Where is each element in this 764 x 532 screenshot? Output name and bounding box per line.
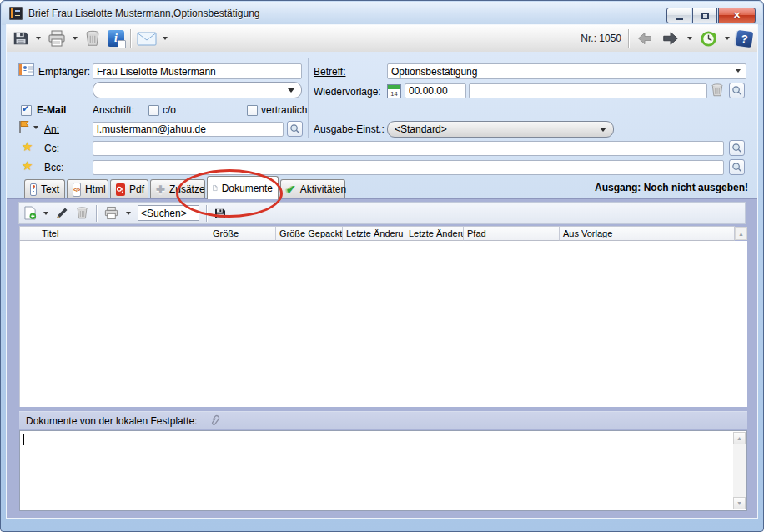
- minimize-button[interactable]: [666, 8, 691, 23]
- tab-label: Html: [85, 183, 106, 195]
- tab-pdf[interactable]: Pdf: [110, 179, 148, 198]
- cc-search-button[interactable]: [729, 140, 745, 156]
- flag-dropdown-arrow-icon[interactable]: [33, 126, 38, 129]
- annotation-circle: [176, 169, 283, 218]
- main-toolbar: i Nr.: 1050: [7, 25, 757, 53]
- betreff-input[interactable]: [387, 63, 746, 79]
- tab-text[interactable]: Text: [24, 179, 65, 198]
- column-header-pfad[interactable]: Pfad: [464, 226, 560, 241]
- plus-icon: ✚: [156, 183, 165, 196]
- an-input[interactable]: [93, 122, 284, 137]
- new-document-icon: [24, 206, 37, 220]
- local-documents-bar: Dokumente von der lokalen Festplatte:: [19, 411, 747, 429]
- documents-toolbar: [18, 202, 746, 224]
- tab-aktivitaeten[interactable]: ✔ Aktivitäten: [280, 179, 345, 198]
- new-document-dropdown-arrow-icon[interactable]: [43, 212, 48, 215]
- co-label: c/o: [163, 104, 176, 116]
- forward-dropdown-arrow-icon[interactable]: [687, 37, 692, 40]
- wiedervorlage-search-button[interactable]: [729, 83, 745, 98]
- anschrift-label: Anschrift:: [93, 104, 134, 116]
- wiedervorlage-date-input[interactable]: [405, 83, 466, 98]
- bcc-label: Bcc:: [44, 162, 63, 173]
- new-document-button[interactable]: [24, 206, 37, 220]
- email-button[interactable]: [137, 32, 157, 46]
- print-button[interactable]: [47, 28, 67, 48]
- ausgang-status: Ausgang: Noch nicht ausgeben!: [595, 182, 748, 193]
- column-header-titel[interactable]: Titel: [38, 226, 209, 241]
- back-arrow-icon: [636, 30, 654, 47]
- pencil-icon: [55, 207, 68, 220]
- app-icon: [9, 7, 23, 20]
- save-button[interactable]: [12, 29, 30, 48]
- close-button[interactable]: ✕: [718, 8, 756, 23]
- delete-document-button[interactable]: [75, 206, 89, 220]
- print-document-button[interactable]: [103, 205, 119, 221]
- documents-table-body[interactable]: [19, 241, 747, 407]
- empfaenger-combobox[interactable]: [93, 82, 302, 98]
- history-button[interactable]: [699, 29, 718, 48]
- column-header-letzte-aenderung-1[interactable]: Letzte Änderu: [343, 226, 405, 241]
- wiedervorlage-delete-button[interactable]: [710, 83, 725, 98]
- trash-icon: [83, 29, 102, 48]
- column-header-letzte-aenderung-2[interactable]: Letzte Änderu: [405, 226, 464, 241]
- wiedervorlage-label: Wiedervorlage:: [314, 86, 381, 98]
- ausgabe-label: Ausgabe-Einst.:: [314, 123, 385, 135]
- flag-icon[interactable]: [17, 119, 32, 134]
- maximize-icon: [701, 13, 709, 19]
- betreff-link-label[interactable]: Betreff:: [314, 66, 345, 78]
- paperclip-icon[interactable]: [209, 414, 221, 428]
- co-checkbox[interactable]: [148, 105, 159, 116]
- column-header-aus-vorlage[interactable]: Aus Vorlage: [560, 226, 735, 241]
- history-dropdown-arrow-icon[interactable]: [725, 37, 730, 40]
- an-search-button[interactable]: [287, 121, 303, 137]
- edit-button[interactable]: [55, 207, 68, 220]
- window-content: i Nr.: 1050: [7, 25, 757, 518]
- column-header-select[interactable]: [19, 226, 38, 241]
- ausgabe-select[interactable]: <Standard>: [387, 121, 614, 138]
- info-icon: i: [114, 32, 118, 45]
- an-link-label[interactable]: An:: [44, 123, 59, 135]
- bcc-input[interactable]: [93, 160, 724, 175]
- delete-button[interactable]: [83, 29, 102, 48]
- table-scroll-up-button[interactable]: ▲: [735, 227, 747, 240]
- column-header-groesse-gepackt[interactable]: Größe Gepackt: [276, 226, 343, 241]
- email-checkbox-label: E-Mail: [37, 104, 66, 116]
- betreff-dropdown-arrow-icon[interactable]: [736, 69, 741, 73]
- tab-html[interactable]: </> Html: [67, 179, 108, 198]
- bcc-search-button[interactable]: [729, 159, 745, 175]
- cc-input[interactable]: [93, 141, 724, 156]
- save-dropdown-arrow-icon[interactable]: [36, 37, 41, 40]
- email-dropdown-arrow-icon[interactable]: [163, 37, 168, 40]
- calendar-button[interactable]: 14: [387, 84, 401, 98]
- titlebar[interactable]: Brief Frau Liselotte Mustermann,Optionsb…: [2, 2, 762, 25]
- history-clock-icon: [699, 29, 718, 48]
- wiedervorlage-text-input[interactable]: [469, 83, 707, 98]
- forward-button[interactable]: [661, 29, 681, 48]
- dokumente-panel: Titel Größe Größe Gepackt Letzte Änderu …: [7, 198, 757, 518]
- text-document-icon: [30, 183, 37, 196]
- tab-label: Pdf: [129, 183, 144, 195]
- scroll-down-button[interactable]: ▼: [733, 497, 746, 509]
- scroll-up-button[interactable]: ▲: [733, 432, 746, 444]
- save-icon: [12, 29, 30, 48]
- print-dropdown-arrow-icon[interactable]: [126, 212, 131, 215]
- help-icon: ?: [741, 32, 749, 45]
- window-title: Brief Frau Liselotte Mustermann,Optionsb…: [28, 8, 259, 19]
- chevron-down-icon: [288, 88, 294, 93]
- chevron-down-icon: [600, 128, 606, 132]
- back-button[interactable]: [636, 30, 654, 47]
- textarea-scrollbar[interactable]: ▲ ▼: [733, 432, 746, 509]
- help-button[interactable]: ?: [736, 29, 753, 47]
- print-dropdown-arrow-icon[interactable]: [73, 37, 78, 40]
- column-header-groesse[interactable]: Größe: [209, 226, 276, 241]
- maximize-button[interactable]: [692, 8, 717, 23]
- local-documents-textarea[interactable]: ▲ ▼: [19, 430, 747, 511]
- tab-label: Aktivitäten: [300, 183, 346, 195]
- forward-arrow-icon: [661, 29, 681, 48]
- double-check-icon: ✔: [286, 183, 296, 196]
- email-checkbox[interactable]: ✔: [21, 105, 32, 116]
- printer-icon: [103, 205, 119, 221]
- empfaenger-input[interactable]: [93, 63, 302, 79]
- vertraulich-checkbox[interactable]: [247, 105, 258, 116]
- info-button[interactable]: i: [108, 30, 124, 47]
